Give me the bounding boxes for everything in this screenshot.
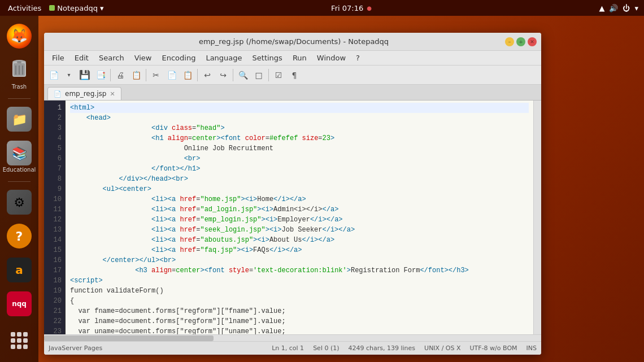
firefox-icon: 🦊 [11, 28, 28, 44]
toolbar-open-dropdown[interactable]: ▾ [62, 68, 76, 82]
menu-help[interactable]: ? [351, 53, 364, 63]
maximize-button[interactable]: + [516, 37, 525, 46]
recording-dot: ● [367, 5, 372, 11]
svg-rect-3 [17, 61, 21, 63]
settings-tray-icon[interactable]: ▾ [634, 4, 638, 12]
toolbar-pilcrow-button[interactable]: ¶ [287, 68, 302, 82]
toolbar: 📄 ▾ 💾 📑 🖨 📋 ✂ 📄 📋 ↩ ↪ 🔍 □ ☑ ¶ [44, 66, 541, 85]
status-filetype: JavaServer Pages [49, 344, 102, 352]
desktop: 🦊 Trash 📁 [0, 16, 644, 362]
status-chars: 4249 chars, 139 lines [349, 344, 416, 352]
menu-language[interactable]: Language [201, 53, 246, 63]
vertical-scrollbar[interactable] [533, 101, 541, 334]
toolbar-sep-3 [197, 69, 198, 81]
dock-separator-1 [8, 98, 31, 99]
tab-close-button[interactable]: ✕ [110, 90, 115, 98]
toolbar-paste-button[interactable]: 📋 [180, 68, 195, 82]
menu-search[interactable]: Search [94, 53, 129, 63]
help-icon: ? [16, 229, 23, 243]
line-numbers: 1234567891011121314151617181920212223242… [44, 101, 66, 334]
wifi-icon[interactable]: ▲ [599, 4, 604, 12]
show-apps-button[interactable] [7, 328, 32, 353]
hscrollbar-thumb[interactable] [44, 335, 214, 341]
menu-bar: File Edit Search View Encoding Language … [44, 51, 541, 66]
close-button[interactable]: ✕ [528, 37, 537, 46]
activities-button[interactable]: Activities [6, 4, 43, 12]
toolbar-new-button[interactable]: 📄 [46, 68, 61, 82]
system-bar: Activities Notepadqq ▾ Fri 07:16 ● ▲ 🔊 ⏻… [0, 0, 644, 16]
dock-item-settings[interactable]: ⚙️ [5, 187, 34, 218]
toolbar-cut-button[interactable]: ✂ [149, 68, 163, 82]
power-icon[interactable]: ⏻ [623, 4, 630, 12]
tab-label: emp_reg.jsp [65, 90, 106, 98]
window-title: emp_reg.jsp (/home/swap/Documents) - Not… [82, 37, 505, 46]
status-selection: Sel 0 (1) [313, 344, 339, 352]
toolbar-save-button[interactable]: 💾 [77, 68, 92, 82]
toolbar-print2-button[interactable]: 📋 [129, 68, 143, 82]
toolbar-zoom-out-button[interactable]: □ [251, 68, 266, 82]
menu-encoding[interactable]: Encoding [157, 53, 200, 63]
tab-emp-reg[interactable]: 📄 emp_reg.jsp ✕ [47, 87, 121, 100]
dock: 🦊 Trash 📁 [0, 16, 38, 362]
app-name-label: Notepadqq [57, 4, 98, 12]
apps-grid-icon [11, 332, 28, 349]
dock-item-trash[interactable]: Trash [5, 55, 34, 93]
toolbar-copy-button[interactable]: 📄 [164, 68, 179, 82]
trash-icon [9, 59, 29, 81]
amazon-icon: a [15, 263, 23, 277]
toolbar-sep-2 [146, 69, 146, 81]
files-icon: 📁 [12, 112, 27, 127]
menu-settings[interactable]: Settings [248, 53, 287, 63]
app-dot [49, 5, 55, 11]
clock-label: Fri 07:16 [331, 4, 363, 12]
dock-item-help[interactable]: ? [5, 221, 34, 252]
settings-icon: ⚙️ [14, 195, 25, 210]
toolbar-print-button[interactable]: 🖨 [113, 68, 128, 82]
notepad-window: emp_reg.jsp (/home/swap/Documents) - Not… [44, 33, 541, 355]
toolbar-saveall-button[interactable]: 📑 [93, 68, 108, 82]
tabs-bar: 📄 emp_reg.jsp ✕ [44, 85, 541, 101]
toolbar-redo-button[interactable]: ↪ [216, 68, 230, 82]
dock-item-files[interactable]: 📁 [5, 104, 34, 135]
educational-label: Educational [3, 167, 36, 173]
window-titlebar: emp_reg.jsp (/home/swap/Documents) - Not… [44, 33, 541, 51]
toolbar-undo-button[interactable]: ↩ [200, 68, 215, 82]
toolbar-checkbox-button[interactable]: ☑ [271, 68, 286, 82]
editor-content[interactable]: <html> <head> <div class="head"> <h1 ali… [66, 101, 533, 334]
status-ins: INS [526, 344, 537, 352]
educational-icon: 📚 [12, 146, 27, 160]
toolbar-sep-5 [268, 69, 269, 81]
dock-item-educational[interactable]: 📚 Educational [5, 138, 34, 176]
notepadqq-icon: nqq [12, 300, 27, 307]
menu-file[interactable]: File [47, 53, 69, 63]
window-controls: – + ✕ [505, 37, 537, 46]
status-encoding: UTF-8 w/o BOM [470, 344, 517, 352]
menu-edit[interactable]: Edit [70, 53, 93, 63]
toolbar-zoom-in-button[interactable]: 🔍 [236, 68, 250, 82]
app-indicator[interactable]: Notepadqq ▾ [49, 4, 103, 12]
editor-container: 1234567891011121314151617181920212223242… [44, 101, 541, 334]
status-bar: JavaServer Pages Ln 1, col 1 Sel 0 (1) 4… [44, 341, 541, 355]
dock-item-amazon[interactable]: a [5, 255, 34, 286]
menu-window[interactable]: Window [312, 53, 350, 63]
app-dropdown-icon: ▾ [100, 4, 104, 12]
dock-item-notepadqq[interactable]: nqq [5, 289, 34, 320]
toolbar-sep-1 [110, 69, 111, 81]
volume-icon[interactable]: 🔊 [609, 4, 618, 12]
dock-item-firefox[interactable]: 🦊 [5, 21, 34, 52]
toolbar-sep-4 [233, 69, 233, 81]
trash-label: Trash [12, 84, 27, 90]
tab-icon: 📄 [54, 90, 62, 98]
status-position: Ln 1, col 1 [272, 344, 304, 352]
dock-separator-2 [8, 181, 31, 182]
menu-run[interactable]: Run [288, 53, 311, 63]
menu-view[interactable]: View [130, 53, 156, 63]
minimize-button[interactable]: – [505, 37, 514, 46]
status-line-ending: UNIX / OS X [424, 344, 460, 352]
horizontal-scrollbar[interactable] [44, 334, 541, 341]
